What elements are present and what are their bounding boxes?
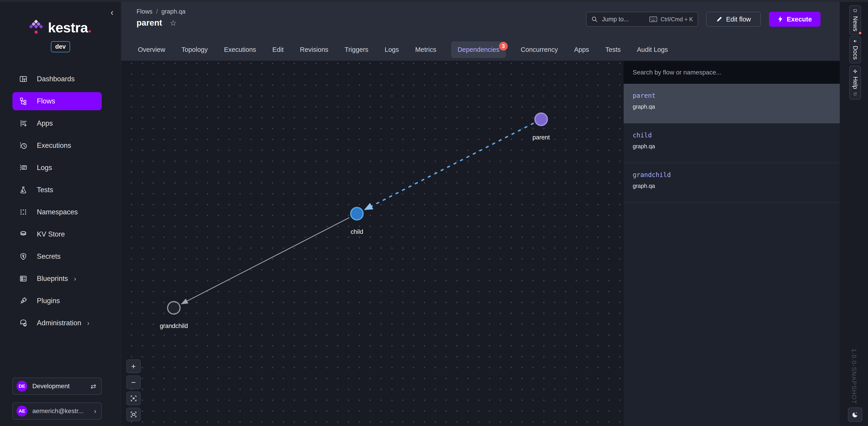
breadcrumb-flows[interactable]: Flows: [136, 8, 153, 15]
kestra-logo-icon: [29, 20, 43, 35]
flow-namespace: graph.qa: [633, 143, 840, 150]
apps-icon: [19, 119, 27, 127]
tab-overview[interactable]: Overview: [136, 41, 166, 58]
graph-edges: [121, 61, 623, 426]
fit-view-button[interactable]: [126, 408, 141, 421]
graph-node-label: grandchild: [147, 322, 201, 330]
tab-edit[interactable]: Edit: [271, 41, 285, 58]
tab-triggers[interactable]: Triggers: [343, 41, 370, 58]
flows-icon: [19, 97, 27, 105]
tab-metrics[interactable]: Metrics: [414, 41, 438, 58]
execute-button[interactable]: Execute: [769, 12, 820, 27]
graph-node-grandchild[interactable]: [167, 301, 181, 315]
jump-to-shortcut: Ctrl/Cmd + K: [660, 16, 693, 23]
sidebar-item-label: Administration: [37, 319, 81, 327]
help-label: Help: [852, 77, 859, 89]
sidebar-item-administration[interactable]: Administration ›: [12, 312, 102, 334]
page-header: Flows / graph.qa parent ☆ Jump to... Ctr…: [121, 2, 840, 38]
tab-dependencies[interactable]: Dependencies 3: [451, 41, 506, 58]
tab-executions[interactable]: Executions: [223, 41, 257, 58]
sidebar-item-kv-store[interactable]: KV Store: [12, 223, 102, 245]
sidebar-item-plugins[interactable]: Plugins: [12, 290, 102, 312]
tab-topology[interactable]: Topology: [180, 41, 209, 58]
secrets-icon: [19, 252, 27, 260]
zoom-in-button[interactable]: +: [126, 360, 141, 373]
right-toolbar: News Docs Help 1.0.0-SNAPSHOT: [840, 2, 868, 426]
zoom-out-button[interactable]: −: [126, 375, 141, 389]
chevron-right-icon: ›: [94, 407, 96, 415]
news-button[interactable]: News: [849, 5, 861, 35]
breadcrumb-separator: /: [156, 8, 158, 15]
sidebar-item-flows[interactable]: Flows: [12, 92, 102, 110]
sidebar-item-blueprints[interactable]: Blueprints ›: [12, 267, 102, 290]
help-button[interactable]: Help: [849, 66, 861, 100]
dependencies-search-bar[interactable]: [624, 61, 840, 84]
flow-tabbar: Overview Topology Executions Edit Revisi…: [121, 38, 840, 61]
sidebar-item-label: Tests: [37, 186, 53, 194]
sidebar-item-secrets[interactable]: Secrets: [12, 245, 102, 267]
jump-to-placeholder: Jump to...: [602, 16, 649, 23]
sidebar-item-label: Plugins: [37, 297, 60, 305]
sidebar-item-tests[interactable]: Tests: [12, 179, 102, 201]
environment-badge: dev: [51, 41, 70, 52]
search-icon: [591, 16, 598, 23]
tab-apps[interactable]: Apps: [573, 41, 590, 58]
tab-concurrency[interactable]: Concurrency: [520, 41, 559, 58]
tab-audit-logs[interactable]: Audit Logs: [636, 41, 669, 58]
flow-namespace: graph.qa: [633, 104, 840, 110]
chevron-right-icon: ›: [87, 319, 89, 327]
user-email: aemerich@kestr...: [32, 407, 94, 415]
graph-zoom-controls: + −: [126, 360, 141, 421]
execute-label: Execute: [786, 16, 812, 23]
tests-icon: [19, 186, 27, 194]
graph-node-parent[interactable]: [534, 113, 548, 126]
dependencies-search-input[interactable]: [624, 69, 840, 76]
keyboard-icon: [649, 16, 657, 22]
sidebar-item-label: Apps: [37, 119, 53, 127]
kestra-logo[interactable]: kestra.: [0, 20, 121, 35]
flow-list-item-grandchild[interactable]: grandchild graph.qa: [624, 163, 840, 203]
flow-name: parent: [633, 92, 840, 100]
tenant-switcher[interactable]: DE Development ⇄: [12, 377, 102, 395]
sidebar-item-dashboards[interactable]: Dashboards: [12, 68, 102, 90]
kv-store-icon: [19, 230, 27, 238]
jump-to-search[interactable]: Jump to... Ctrl/Cmd + K: [586, 12, 698, 27]
sidebar-item-logs[interactable]: Logs: [12, 157, 102, 179]
chevron-right-icon: ›: [74, 275, 76, 283]
sidebar-item-label: Namespaces: [37, 208, 78, 216]
graph-node-child[interactable]: [350, 207, 364, 221]
sidebar-item-label: Executions: [37, 141, 71, 150]
flow-list-item-child[interactable]: child graph.qa: [624, 123, 840, 163]
namespaces-icon: [19, 208, 27, 216]
breadcrumb-namespace[interactable]: graph.qa: [161, 8, 186, 15]
favorite-star-icon[interactable]: ☆: [170, 18, 177, 27]
dependencies-count-badge: 3: [499, 42, 508, 51]
sidebar-item-namespaces[interactable]: Namespaces: [12, 201, 102, 223]
logs-icon: [19, 164, 27, 172]
sidebar-item-executions[interactable]: Executions: [12, 135, 102, 157]
tab-tests[interactable]: Tests: [604, 41, 622, 58]
sidebar-item-apps[interactable]: Apps: [12, 112, 102, 135]
tab-logs[interactable]: Logs: [383, 41, 400, 58]
kestra-app: ‹ kestra. dev Dashboards: [0, 0, 868, 426]
version-label: 1.0.0-SNAPSHOT: [850, 348, 857, 404]
sidebar-item-label: Secrets: [37, 252, 61, 260]
lightning-icon: [778, 16, 783, 23]
sidebar-collapse-icon[interactable]: ‹: [111, 8, 114, 17]
flow-list-item-parent[interactable]: parent graph.qa: [624, 84, 840, 123]
docs-button[interactable]: Docs: [849, 36, 861, 63]
edit-flow-label: Edit flow: [726, 16, 751, 23]
dependencies-graph-canvas[interactable]: parent child grandchild + −: [121, 61, 623, 426]
edit-flow-button[interactable]: Edit flow: [706, 12, 761, 27]
user-menu[interactable]: AE aemerich@kestr... ›: [12, 402, 102, 420]
tenant-avatar: DE: [17, 381, 27, 392]
tab-revisions[interactable]: Revisions: [299, 41, 330, 58]
theme-toggle-button[interactable]: [848, 407, 862, 422]
docs-label: Docs: [852, 46, 859, 60]
fit-selection-button[interactable]: [126, 392, 141, 405]
dependencies-panel: parent graph.qa child graph.qa grandchil…: [623, 61, 840, 426]
graph-node-label: parent: [514, 134, 568, 141]
sidebar-item-label: KV Store: [37, 230, 65, 238]
moon-stars-icon: [851, 411, 859, 419]
switch-tenant-icon[interactable]: ⇄: [91, 382, 96, 390]
